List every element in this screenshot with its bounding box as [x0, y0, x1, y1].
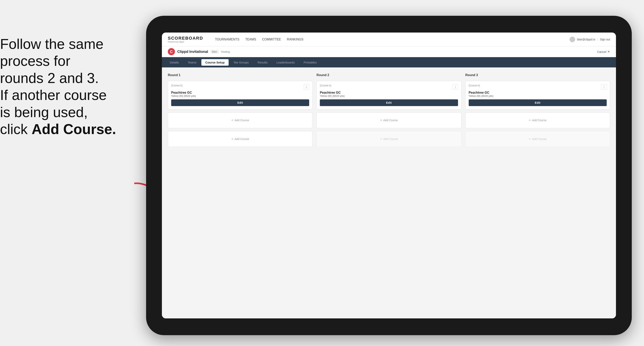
- tournament-badge: Men: [210, 50, 218, 54]
- round-2-label: Round 2: [316, 73, 461, 77]
- tablet-screen: SCOREBOARD Powered by clippd TOURNAMENTS…: [162, 32, 616, 318]
- r1-card-menu-icon[interactable]: ⋮: [304, 84, 309, 90]
- r2-course-tee: Yellow (M) (6629 yds): [320, 94, 458, 97]
- logo-scoreboard: SCOREBOARD: [168, 36, 203, 41]
- round-1-add-course-slot-2[interactable]: + Add Course: [168, 131, 312, 147]
- add-course-plus-icon-2: +: [231, 137, 233, 141]
- r1-course-name: Peachtree GC: [171, 91, 309, 94]
- round-1-course-card: (Course A) ⋮ Peachtree GC Yellow (M) (66…: [168, 81, 312, 109]
- logo-area: SCOREBOARD Powered by clippd: [168, 36, 203, 43]
- round-3-add-course-slot-2: + Add Course: [465, 131, 610, 147]
- r2-add-course-label-2: Add Course: [383, 137, 398, 141]
- round-3-column: Round 3 (Course A) ⋮ Peachtree GC Yellow…: [465, 73, 610, 147]
- add-course-label: Add Course: [234, 119, 249, 122]
- round-1-add-course-slot-1[interactable]: + Add Course: [168, 112, 312, 128]
- user-avatar: [570, 37, 575, 42]
- round-1-label: Round 1: [168, 73, 312, 77]
- nav-rankings[interactable]: RANKINGS: [287, 37, 304, 42]
- tablet-frame: SCOREBOARD Powered by clippd TOURNAMENTS…: [146, 16, 632, 335]
- user-email: blair@clippd.io: [577, 38, 595, 41]
- brand-logo: C: [168, 48, 175, 55]
- r2-edit-button[interactable]: Edit: [320, 99, 458, 106]
- nav-teams[interactable]: TEAMS: [245, 37, 256, 42]
- round-2-course-card: (Course A) ⋮ Peachtree GC Yellow (M) (66…: [316, 81, 461, 109]
- r3-add-course-label-2: Add Course: [532, 137, 547, 141]
- sub-header: C Clippd Invitational Men Hosting Cancel…: [162, 46, 616, 57]
- tab-bar: Details Teams Course Setup Tee Groups Re…: [162, 57, 616, 67]
- round-3-add-course-slot-1[interactable]: + Add Course: [465, 112, 610, 128]
- top-nav: SCOREBOARD Powered by clippd TOURNAMENTS…: [162, 32, 616, 46]
- tab-details[interactable]: Details: [166, 59, 183, 66]
- r3-course-label: (Course A): [469, 84, 480, 87]
- tab-tee-groups[interactable]: Tee Groups: [230, 59, 253, 66]
- r3-edit-button[interactable]: Edit: [469, 99, 607, 106]
- round-1-column: Round 1 (Course A) ⋮ Peachtree GC Yellow…: [168, 73, 312, 147]
- sign-out-link[interactable]: Sign out: [600, 38, 610, 41]
- tab-results[interactable]: Results: [254, 59, 272, 66]
- round-3-course-card: (Course A) ⋮ Peachtree GC Yellow (M) (66…: [465, 81, 610, 109]
- r3-add-course-label: Add Course: [532, 119, 547, 122]
- nav-committee[interactable]: COMMITTEE: [262, 37, 281, 42]
- r1-course-label: (Course A): [171, 84, 182, 87]
- round-3-label: Round 3: [465, 73, 610, 77]
- r2-card-menu-icon[interactable]: ⋮: [452, 84, 458, 90]
- tab-leaderboards[interactable]: Leaderboards: [272, 59, 299, 66]
- nav-links: TOURNAMENTS TEAMS COMMITTEE RANKINGS: [215, 37, 562, 42]
- r3-add-course-plus-icon: +: [529, 118, 531, 122]
- r2-course-label: (Course A): [320, 84, 331, 87]
- round-2-add-course-slot-2: + Add Course: [316, 131, 461, 147]
- r2-add-course-label: Add Course: [383, 119, 398, 122]
- main-content: Round 1 (Course A) ⋮ Peachtree GC Yellow…: [162, 67, 616, 318]
- r3-course-tee: Yellow (M) (6629 yds): [469, 94, 607, 97]
- tournament-title: Clippd Invitational: [177, 50, 208, 54]
- instruction-text: Follow the same process for rounds 2 and…: [0, 35, 138, 138]
- tab-teams[interactable]: Teams: [184, 59, 200, 66]
- r3-add-course-plus-icon-2: +: [529, 137, 531, 141]
- tab-course-setup[interactable]: Course Setup: [201, 59, 228, 66]
- r1-course-tee: Yellow (M) (6629 yds): [171, 94, 309, 97]
- r3-course-name: Peachtree GC: [469, 91, 607, 94]
- nav-tournaments[interactable]: TOURNAMENTS: [215, 37, 239, 42]
- add-course-plus-icon: +: [231, 118, 233, 122]
- round-2-column: Round 2 (Course A) ⋮ Peachtree GC Yellow…: [316, 73, 461, 147]
- tournament-status: Hosting: [221, 50, 230, 53]
- logo-sub: Powered by clippd: [168, 41, 203, 43]
- r3-card-menu-icon[interactable]: ⋮: [601, 84, 607, 90]
- rounds-grid: Round 1 (Course A) ⋮ Peachtree GC Yellow…: [168, 73, 610, 147]
- r2-course-name: Peachtree GC: [320, 91, 458, 94]
- round-2-add-course-slot-1[interactable]: + Add Course: [316, 112, 461, 128]
- nav-right: blair@clippd.io | Sign out: [570, 37, 610, 42]
- cancel-icon: ✕: [608, 50, 610, 53]
- r2-add-course-plus-icon-2: +: [380, 137, 382, 141]
- tab-printables[interactable]: Printables: [300, 59, 321, 66]
- r2-add-course-plus-icon: +: [380, 118, 382, 122]
- add-course-label-2: Add Course: [234, 137, 249, 141]
- cancel-button[interactable]: Cancel ✕: [597, 50, 610, 53]
- r1-edit-button[interactable]: Edit: [171, 99, 309, 106]
